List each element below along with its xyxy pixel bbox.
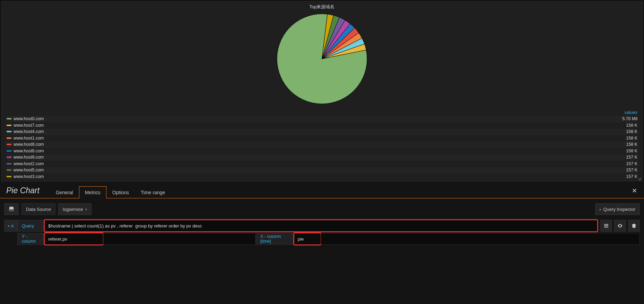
legend-swatch	[7, 125, 11, 126]
legend-row[interactable]: www.host1.com158 K	[7, 135, 637, 142]
legend-value: 158 K	[626, 149, 637, 153]
y-column-input[interactable]	[44, 233, 103, 245]
legend-label: www.host2.com	[14, 161, 44, 166]
pie-chart	[2, 11, 642, 109]
y-column-extra-input[interactable]	[103, 233, 256, 245]
chart-panel: Top来源域名 values www.host0.com5.70 Milwww.…	[1, 1, 643, 181]
hamburger-icon	[603, 223, 609, 229]
values-column-header[interactable]: values	[624, 110, 637, 115]
panel-editor-header: Pie Chart General Metrics Options Time r…	[0, 183, 644, 198]
legend-row[interactable]: www.host7.com158 K	[7, 122, 637, 129]
legend-label: www.host0.com	[14, 116, 44, 121]
legend-swatch	[7, 169, 11, 171]
chart-title: Top来源域名	[2, 2, 642, 11]
query-toggle[interactable]: ▾ A	[4, 220, 17, 232]
y-column-label: Y - column	[17, 233, 44, 245]
legend-swatch	[7, 176, 11, 177]
query-input[interactable]	[44, 220, 598, 232]
legend-label: www.host6.com	[14, 149, 44, 153]
datasource-icon-button[interactable]	[4, 203, 19, 215]
caret-down-icon: ▾	[85, 207, 87, 211]
legend-value: 158 K	[626, 136, 637, 141]
legend-row[interactable]: www.host3.com157 K	[7, 173, 637, 180]
legend-row[interactable]: www.host9.com157 K	[7, 154, 637, 161]
trash-icon	[631, 223, 637, 229]
x-column-input[interactable]	[294, 233, 321, 245]
caret-right-icon: ▸	[600, 207, 601, 211]
datasource-label: Data Source	[21, 203, 55, 215]
legend-swatch	[7, 163, 11, 164]
svg-rect-2	[604, 225, 608, 226]
query-visibility-button[interactable]	[614, 220, 626, 232]
query-label: Query	[17, 220, 44, 232]
close-editor-button[interactable]: ✕	[628, 185, 641, 198]
datasource-select[interactable]: logservice ▾	[58, 203, 92, 215]
database-icon	[9, 206, 14, 212]
columns-row: Y - column X - column [time]	[0, 232, 644, 248]
legend-swatch	[7, 131, 11, 132]
legend-row[interactable]: www.host0.com5.70 Mil	[7, 116, 637, 122]
legend-table: values www.host0.com5.70 Milwww.host7.co…	[2, 109, 642, 180]
legend-value: 5.70 Mil	[622, 116, 637, 121]
datasource-row: Data Source logservice ▾ ▸ Query Inspect…	[0, 198, 644, 218]
caret-down-icon: ▾	[8, 224, 9, 228]
legend-label: www.host4.com	[14, 129, 44, 134]
legend-value: 157 K	[626, 155, 637, 160]
tab-general[interactable]: General	[50, 186, 79, 198]
legend-row[interactable]: www.host6.com158 K	[7, 148, 637, 154]
query-letter: A	[11, 223, 14, 229]
datasource-value: logservice	[63, 207, 83, 212]
panel-type-label: Pie Chart	[6, 186, 50, 198]
query-delete-button[interactable]	[628, 220, 640, 232]
tab-timerange[interactable]: Time range	[135, 186, 171, 198]
legend-swatch	[7, 118, 11, 119]
legend-label: www.host9.com	[14, 155, 44, 160]
eye-icon	[617, 223, 623, 229]
tab-options[interactable]: Options	[106, 186, 135, 198]
legend-label: www.host1.com	[14, 136, 44, 141]
legend-swatch	[7, 144, 11, 145]
legend-value: 158 K	[626, 129, 637, 134]
x-column-extra-input[interactable]	[321, 233, 640, 245]
legend-value: 157 K	[626, 174, 637, 179]
legend-swatch	[7, 157, 11, 158]
legend-label: www.host8.com	[14, 142, 44, 147]
legend-label: www.host5.com	[14, 168, 44, 172]
legend-row[interactable]: www.host5.com157 K	[7, 167, 637, 173]
query-inspector-button[interactable]: ▸ Query Inspector	[595, 203, 640, 215]
tab-metrics[interactable]: Metrics	[79, 186, 106, 198]
legend-value: 158 K	[626, 123, 637, 128]
query-row: ▾ A Query	[0, 218, 644, 232]
svg-rect-3	[604, 227, 608, 227]
editor-tabs: General Metrics Options Time range	[50, 186, 171, 198]
legend-label: www.host3.com	[14, 174, 44, 179]
legend-label: www.host7.com	[14, 123, 44, 128]
legend-swatch	[7, 150, 11, 152]
svg-rect-1	[604, 224, 608, 225]
legend-value: 157 K	[626, 168, 637, 172]
legend-row[interactable]: www.host8.com158 K	[7, 141, 637, 148]
query-menu-button[interactable]	[600, 220, 612, 232]
legend-row[interactable]: www.host2.com157 K	[7, 161, 637, 167]
query-actions	[600, 220, 640, 232]
query-inspector-label: Query Inspector	[603, 207, 636, 212]
resize-handle-icon[interactable]: ◢	[638, 177, 641, 180]
legend-row[interactable]: www.host4.com158 K	[7, 128, 637, 135]
legend-value: 158 K	[626, 142, 637, 147]
x-column-label: X - column [time]	[256, 233, 294, 245]
legend-swatch	[7, 137, 11, 139]
legend-header: values	[7, 109, 637, 116]
legend-value: 157 K	[626, 161, 637, 166]
